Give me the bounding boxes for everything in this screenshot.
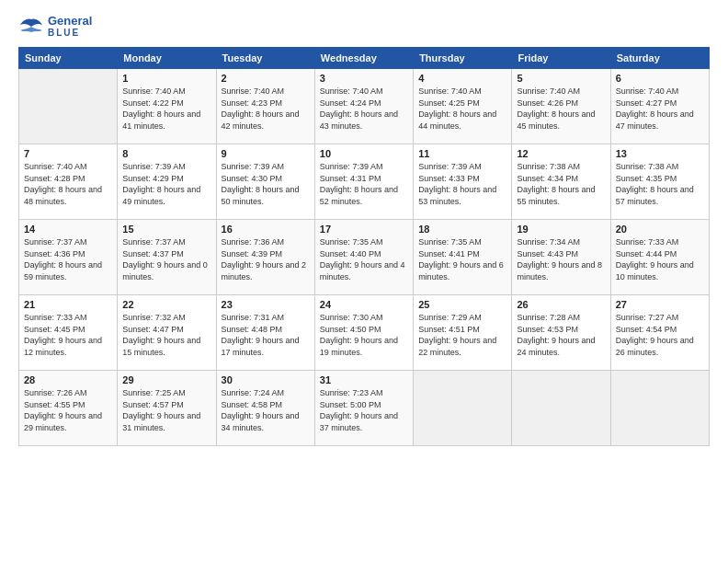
calendar-cell: 12Sunrise: 7:38 AMSunset: 4:34 PMDayligh… <box>512 144 610 220</box>
day-number: 27 <box>616 299 704 310</box>
cell-info: Sunrise: 7:35 AMSunset: 4:41 PMDaylight:… <box>418 236 506 282</box>
calendar-cell: 16Sunrise: 7:36 AMSunset: 4:39 PMDayligh… <box>216 220 314 295</box>
cell-info: Sunrise: 7:40 AMSunset: 4:28 PMDaylight:… <box>24 161 112 207</box>
calendar-cell: 23Sunrise: 7:31 AMSunset: 4:48 PMDayligh… <box>216 295 314 371</box>
calendar-cell: 1Sunrise: 7:40 AMSunset: 4:22 PMDaylight… <box>118 69 216 144</box>
cell-info: Sunrise: 7:38 AMSunset: 4:34 PMDaylight:… <box>517 161 605 207</box>
day-number: 9 <box>222 148 310 159</box>
cell-info: Sunrise: 7:40 AMSunset: 4:23 PMDaylight:… <box>222 86 310 132</box>
calendar-cell: 9Sunrise: 7:39 AMSunset: 4:30 PMDaylight… <box>216 144 314 220</box>
calendar-cell: 22Sunrise: 7:32 AMSunset: 4:47 PMDayligh… <box>118 295 216 371</box>
calendar-cell: 26Sunrise: 7:28 AMSunset: 4:53 PMDayligh… <box>512 295 610 371</box>
cell-info: Sunrise: 7:33 AMSunset: 4:45 PMDaylight:… <box>24 312 112 358</box>
cell-info: Sunrise: 7:39 AMSunset: 4:31 PMDaylight:… <box>320 161 408 207</box>
calendar-cell: 3Sunrise: 7:40 AMSunset: 4:24 PMDaylight… <box>314 69 413 144</box>
weekday-header: Monday <box>118 48 216 69</box>
calendar-cell: 19Sunrise: 7:34 AMSunset: 4:43 PMDayligh… <box>512 220 610 295</box>
calendar-cell: 7Sunrise: 7:40 AMSunset: 4:28 PMDaylight… <box>19 144 118 220</box>
day-number: 12 <box>517 148 605 159</box>
weekday-header: Friday <box>512 48 610 69</box>
calendar-week-row: 1Sunrise: 7:40 AMSunset: 4:22 PMDaylight… <box>19 69 710 144</box>
cell-info: Sunrise: 7:40 AMSunset: 4:25 PMDaylight:… <box>418 86 506 132</box>
cell-info: Sunrise: 7:34 AMSunset: 4:43 PMDaylight:… <box>517 236 605 282</box>
calendar-header-row: SundayMondayTuesdayWednesdayThursdayFrid… <box>19 48 710 69</box>
cell-info: Sunrise: 7:39 AMSunset: 4:30 PMDaylight:… <box>222 161 310 207</box>
calendar-week-row: 28Sunrise: 7:26 AMSunset: 4:55 PMDayligh… <box>19 371 710 446</box>
day-number: 2 <box>222 73 310 84</box>
cell-info: Sunrise: 7:30 AMSunset: 4:50 PMDaylight:… <box>320 312 408 358</box>
calendar-cell: 5Sunrise: 7:40 AMSunset: 4:26 PMDaylight… <box>512 69 610 144</box>
calendar-cell: 29Sunrise: 7:25 AMSunset: 4:57 PMDayligh… <box>118 371 216 446</box>
page-header: General BLUE <box>18 15 710 38</box>
calendar-cell: 6Sunrise: 7:40 AMSunset: 4:27 PMDaylight… <box>610 69 709 144</box>
calendar-cell: 4Sunrise: 7:40 AMSunset: 4:25 PMDaylight… <box>414 69 512 144</box>
calendar-week-row: 14Sunrise: 7:37 AMSunset: 4:36 PMDayligh… <box>19 220 710 295</box>
day-number: 19 <box>517 224 605 235</box>
day-number: 14 <box>24 224 112 235</box>
calendar-week-row: 21Sunrise: 7:33 AMSunset: 4:45 PMDayligh… <box>19 295 710 371</box>
weekday-header: Sunday <box>19 48 118 69</box>
day-number: 16 <box>222 224 310 235</box>
cell-info: Sunrise: 7:40 AMSunset: 4:26 PMDaylight:… <box>517 86 605 132</box>
day-number: 23 <box>222 299 310 310</box>
day-number: 5 <box>517 73 605 84</box>
cell-info: Sunrise: 7:33 AMSunset: 4:44 PMDaylight:… <box>616 236 704 282</box>
calendar-cell: 24Sunrise: 7:30 AMSunset: 4:50 PMDayligh… <box>314 295 413 371</box>
logo-tagline: BLUE <box>48 28 92 38</box>
cell-info: Sunrise: 7:36 AMSunset: 4:39 PMDaylight:… <box>222 236 310 282</box>
day-number: 25 <box>418 299 506 310</box>
calendar-cell <box>414 371 512 446</box>
calendar-cell: 8Sunrise: 7:39 AMSunset: 4:29 PMDaylight… <box>118 144 216 220</box>
calendar-cell: 21Sunrise: 7:33 AMSunset: 4:45 PMDayligh… <box>19 295 118 371</box>
weekday-header: Saturday <box>610 48 709 69</box>
day-number: 31 <box>320 374 408 385</box>
day-number: 10 <box>320 148 408 159</box>
logo: General BLUE <box>18 15 92 38</box>
calendar-cell: 28Sunrise: 7:26 AMSunset: 4:55 PMDayligh… <box>19 371 118 446</box>
cell-info: Sunrise: 7:29 AMSunset: 4:51 PMDaylight:… <box>418 312 506 358</box>
day-number: 17 <box>320 224 408 235</box>
logo-icon <box>18 16 44 38</box>
calendar-cell: 2Sunrise: 7:40 AMSunset: 4:23 PMDaylight… <box>216 69 314 144</box>
calendar-cell: 10Sunrise: 7:39 AMSunset: 4:31 PMDayligh… <box>314 144 413 220</box>
day-number: 22 <box>122 299 210 310</box>
weekday-header: Tuesday <box>216 48 314 69</box>
cell-info: Sunrise: 7:28 AMSunset: 4:53 PMDaylight:… <box>517 312 605 358</box>
calendar-cell <box>19 69 118 144</box>
cell-info: Sunrise: 7:40 AMSunset: 4:27 PMDaylight:… <box>616 86 704 132</box>
calendar-cell: 15Sunrise: 7:37 AMSunset: 4:37 PMDayligh… <box>118 220 216 295</box>
day-number: 15 <box>122 224 210 235</box>
cell-info: Sunrise: 7:24 AMSunset: 4:58 PMDaylight:… <box>222 387 310 433</box>
calendar-cell: 30Sunrise: 7:24 AMSunset: 4:58 PMDayligh… <box>216 371 314 446</box>
cell-info: Sunrise: 7:39 AMSunset: 4:33 PMDaylight:… <box>418 161 506 207</box>
cell-info: Sunrise: 7:31 AMSunset: 4:48 PMDaylight:… <box>222 312 310 358</box>
day-number: 28 <box>24 374 112 385</box>
logo-general: General <box>48 14 92 28</box>
weekday-header: Thursday <box>414 48 512 69</box>
cell-info: Sunrise: 7:23 AMSunset: 5:00 PMDaylight:… <box>320 387 408 433</box>
day-number: 4 <box>418 73 506 84</box>
cell-info: Sunrise: 7:40 AMSunset: 4:24 PMDaylight:… <box>320 86 408 132</box>
day-number: 8 <box>122 148 210 159</box>
cell-info: Sunrise: 7:37 AMSunset: 4:37 PMDaylight:… <box>122 236 210 282</box>
cell-info: Sunrise: 7:38 AMSunset: 4:35 PMDaylight:… <box>616 161 704 207</box>
day-number: 11 <box>418 148 506 159</box>
calendar-cell: 31Sunrise: 7:23 AMSunset: 5:00 PMDayligh… <box>314 371 413 446</box>
day-number: 1 <box>122 73 210 84</box>
calendar-week-row: 7Sunrise: 7:40 AMSunset: 4:28 PMDaylight… <box>19 144 710 220</box>
cell-info: Sunrise: 7:40 AMSunset: 4:22 PMDaylight:… <box>122 86 210 132</box>
day-number: 13 <box>616 148 704 159</box>
cell-info: Sunrise: 7:26 AMSunset: 4:55 PMDaylight:… <box>24 387 112 433</box>
day-number: 21 <box>24 299 112 310</box>
cell-info: Sunrise: 7:25 AMSunset: 4:57 PMDaylight:… <box>122 387 210 433</box>
day-number: 30 <box>222 374 310 385</box>
cell-info: Sunrise: 7:37 AMSunset: 4:36 PMDaylight:… <box>24 236 112 282</box>
weekday-header: Wednesday <box>314 48 413 69</box>
calendar-cell: 17Sunrise: 7:35 AMSunset: 4:40 PMDayligh… <box>314 220 413 295</box>
day-number: 3 <box>320 73 408 84</box>
calendar-table: SundayMondayTuesdayWednesdayThursdayFrid… <box>18 47 710 446</box>
calendar-cell: 25Sunrise: 7:29 AMSunset: 4:51 PMDayligh… <box>414 295 512 371</box>
calendar-cell: 27Sunrise: 7:27 AMSunset: 4:54 PMDayligh… <box>610 295 709 371</box>
cell-info: Sunrise: 7:39 AMSunset: 4:29 PMDaylight:… <box>122 161 210 207</box>
cell-info: Sunrise: 7:32 AMSunset: 4:47 PMDaylight:… <box>122 312 210 358</box>
